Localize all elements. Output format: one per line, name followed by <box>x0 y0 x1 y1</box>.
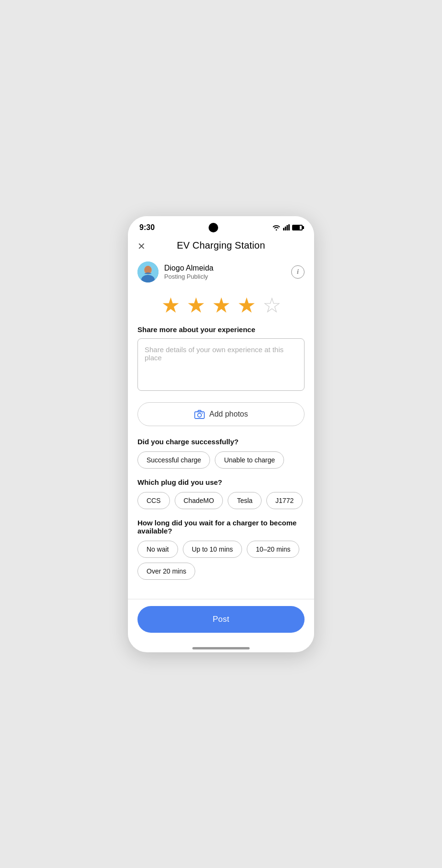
bottom-bar: Post <box>128 599 314 642</box>
star-2[interactable]: ★ <box>187 295 205 316</box>
chip-tesla[interactable]: Tesla <box>228 492 262 509</box>
star-3[interactable]: ★ <box>212 295 231 316</box>
content-area: Diogo Almeida Posting Publicly i ★ ★ ★ ★… <box>128 258 314 599</box>
charge-question-label: Did you charge successfully? <box>137 438 305 446</box>
user-posting-label: Posting Publicly <box>164 273 213 280</box>
user-name: Diogo Almeida <box>164 264 213 272</box>
info-button[interactable]: i <box>291 265 305 279</box>
chip-ccs[interactable]: CCS <box>137 492 170 509</box>
add-photos-button[interactable]: Add photos <box>137 402 305 426</box>
wait-question-section: How long did you wait for a charger to b… <box>137 519 305 580</box>
phone-shell: 9:30 ✕ EV Charging Station <box>128 216 314 652</box>
svg-point-10 <box>202 413 203 414</box>
chip-chademo[interactable]: ChadeMO <box>175 492 223 509</box>
svg-rect-0 <box>283 228 284 230</box>
status-icons <box>272 224 303 230</box>
plug-chips-row: CCS ChadeMO Tesla J1772 <box>137 492 305 509</box>
svg-rect-8 <box>195 412 204 418</box>
wait-question-label: How long did you wait for a charger to b… <box>137 519 305 535</box>
status-bar: 9:30 <box>128 216 314 235</box>
home-bar <box>192 647 250 649</box>
charge-chips-row: Successful charge Unable to charge <box>137 451 305 469</box>
camera-icon <box>194 409 205 419</box>
charge-question-section: Did you charge successfully? Successful … <box>137 438 305 469</box>
svg-rect-2 <box>286 225 288 230</box>
status-time: 9:30 <box>139 223 155 232</box>
stars-row: ★ ★ ★ ★ ☆ <box>137 290 305 325</box>
chip-10-20[interactable]: 10–20 mins <box>247 541 299 558</box>
user-details: Diogo Almeida Posting Publicly <box>164 264 213 280</box>
close-button[interactable]: ✕ <box>137 241 146 251</box>
chip-successful-charge[interactable]: Successful charge <box>137 451 210 469</box>
chip-j1772[interactable]: J1772 <box>266 492 303 509</box>
star-5[interactable]: ☆ <box>263 295 281 316</box>
avatar <box>137 261 158 282</box>
wait-chips-row: No wait Up to 10 mins 10–20 mins Over 20… <box>137 541 305 580</box>
home-indicator <box>128 642 314 652</box>
plug-question-label: Which plug did you use? <box>137 478 305 486</box>
review-textarea[interactable] <box>137 338 305 391</box>
user-row: Diogo Almeida Posting Publicly i <box>137 258 305 290</box>
star-4[interactable]: ★ <box>237 295 256 316</box>
wifi-icon <box>272 224 281 230</box>
camera-dot <box>209 223 218 232</box>
chip-unable-to-charge[interactable]: Unable to charge <box>215 451 284 469</box>
page-title: EV Charging Station <box>177 240 265 251</box>
svg-rect-3 <box>288 224 290 230</box>
svg-rect-1 <box>285 227 286 230</box>
battery-icon <box>292 225 303 230</box>
svg-point-7 <box>145 266 151 273</box>
plug-question-section: Which plug did you use? CCS ChadeMO Tesl… <box>137 478 305 509</box>
review-section-label: Share more about your experience <box>137 325 305 334</box>
user-info: Diogo Almeida Posting Publicly <box>137 261 213 282</box>
svg-point-9 <box>198 413 201 417</box>
app-header: ✕ EV Charging Station <box>128 235 314 258</box>
add-photos-label: Add photos <box>210 410 248 418</box>
post-button[interactable]: Post <box>137 606 305 633</box>
chip-no-wait[interactable]: No wait <box>137 541 178 558</box>
chip-up-to-10[interactable]: Up to 10 mins <box>183 541 242 558</box>
star-1[interactable]: ★ <box>161 295 180 316</box>
signal-icon <box>283 224 290 230</box>
chip-over-20[interactable]: Over 20 mins <box>137 563 195 580</box>
